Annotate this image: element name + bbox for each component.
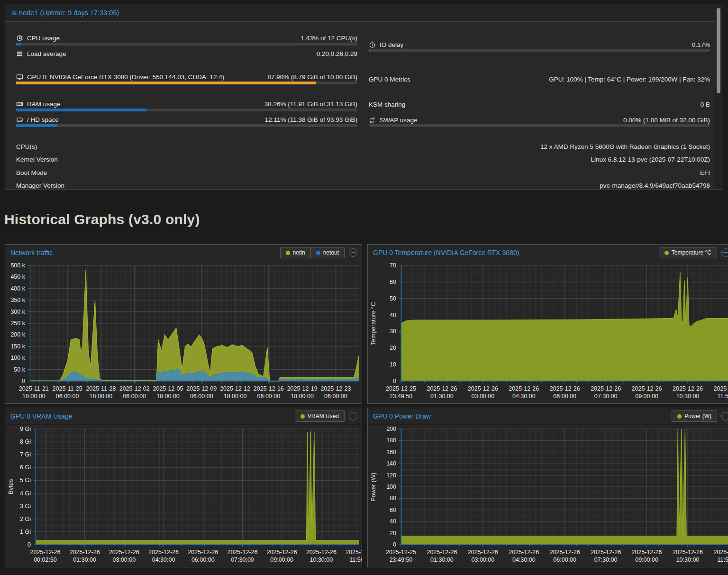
legend-dot: [286, 251, 290, 255]
gpu-metrics-row: GPU 0 Metrics GPU: 100% | Temp: 64°C | P…: [369, 75, 710, 83]
legend-dot: [664, 251, 669, 255]
node-summary-panel: ai-node1 (Uptime: 9 days 17:33:05) CPU u…: [5, 4, 722, 190]
boot-mode-row: Boot Mode EFI: [16, 168, 710, 177]
y-tick-label: 50: [368, 295, 396, 302]
y-tick-label: 180: [368, 437, 396, 444]
y-axis-ticks: 010203040506070: [368, 261, 396, 403]
plot-area: 2025-11-2118:00:002025-11-2506:00:002025…: [30, 265, 359, 381]
gpu-icon: [16, 73, 23, 81]
load-average-row: Load average 0.20,0.26,0.29: [16, 49, 357, 58]
legend-item-netin[interactable]: netin: [281, 247, 310, 258]
io-delay-value: 0.17%: [692, 41, 710, 48]
io-delay-row: IO delay 0.17%: [369, 40, 710, 49]
chart-legend: VRAM Used: [295, 411, 345, 422]
boot-mode-value: EFI: [700, 169, 710, 176]
io-delay-bar: [369, 49, 710, 52]
swap-usage-label: SWAP usage: [380, 117, 418, 124]
node-summary-header: ai-node1 (Uptime: 9 days 17:33:05): [5, 4, 722, 22]
y-axis-ticks: 01 Gi2 Gi3 Gi4 Gi5 Gi6 Gi7 Gi8 Gi9 Gi: [5, 425, 31, 567]
summary-scrollbar-thumb[interactable]: [717, 8, 720, 93]
summary-scrollbar-track[interactable]: [715, 5, 721, 189]
y-tick-label: 20: [368, 529, 396, 537]
chart-header: GPU 0 Temperature (NVIDIA GeForce RTX 30…: [368, 245, 728, 261]
y-tick-label: 60: [368, 278, 396, 286]
x-tick-label: 2025-12-2306:00:00: [305, 385, 362, 400]
y-tick-label: 140: [368, 460, 396, 467]
collapse-icon[interactable]: [349, 412, 357, 420]
swap-usage-row: SWAP usage 0.00% (1.00 MiB of 32.00 GiB): [369, 116, 710, 124]
chart-legend: Power (W): [672, 411, 717, 422]
plot-area: 2025-12-2523:49:502025-12-2601:30:002025…: [401, 265, 728, 381]
legend-item-netout[interactable]: netout: [310, 247, 344, 258]
collapse-icon[interactable]: [349, 248, 357, 257]
chart-panel-gpu-temperature: GPU 0 Temperature (NVIDIA GeForce RTX 30…: [367, 244, 728, 404]
legend-label: Temperature °C: [672, 249, 711, 256]
charts-grid: Network traffic netinnetout 050 k100 k15…: [5, 244, 728, 567]
plot-area: 2025-12-2523:49:502025-12-2601:30:002025…: [401, 429, 728, 545]
gpu-label: GPU 0: NVIDIA GeForce RTX 3080 (Driver: …: [27, 73, 224, 81]
chart-title: Network traffic: [10, 249, 53, 256]
y-tick-label: 5 Gi: [5, 476, 31, 484]
swap-usage-value: 0.00% (1.00 MiB of 32.00 GiB): [623, 117, 710, 124]
legend-label: Power (W): [684, 413, 711, 420]
y-tick-label: 300 k: [5, 308, 25, 316]
legend-item-power-w-[interactable]: Power (W): [672, 411, 717, 421]
y-tick-label: 40: [368, 518, 396, 525]
swap-icon: [369, 117, 376, 124]
y-tick-label: 200 k: [5, 331, 25, 338]
load-average-value: 0.20,0.26,0.29: [317, 50, 357, 57]
cpu-usage-value: 1.43% of 12 CPU(s): [300, 35, 357, 42]
legend-label: VRAM Used: [308, 413, 339, 420]
y-tick-label: 350 k: [5, 296, 25, 304]
plot-wrap: Bytes 01 Gi2 Gi3 Gi4 Gi5 Gi6 Gi7 Gi8 Gi9…: [5, 425, 362, 567]
y-tick-label: 4 Gi: [5, 490, 31, 497]
collapse-icon[interactable]: [721, 412, 728, 420]
hdd-icon: [16, 116, 23, 123]
gpu-row: GPU 0: NVIDIA GeForce RTX 3080 (Driver: …: [16, 73, 357, 81]
cpu-usage-row: CPU usage 1.43% of 12 CPU(s): [16, 34, 357, 42]
plot-wrap: Temperature °C 010203040506070 2025-12-2…: [368, 261, 728, 403]
plot-area: 2025-12-2600:02:502025-12-2601:30:002025…: [36, 429, 359, 545]
y-tick-label: 6 Gi: [5, 464, 31, 471]
y-tick-label: 1 Gi: [5, 528, 31, 536]
io-delay-icon: [369, 41, 376, 48]
kernel-version-row: Kernel Version Linux 6.8.12-13-pve (2025…: [16, 155, 710, 164]
swap-usage-bar: [369, 124, 710, 127]
legend-item-vram-used[interactable]: VRAM Used: [295, 411, 344, 421]
chart-legend: netinnetout: [280, 247, 345, 258]
y-tick-label: 100 k: [5, 354, 25, 362]
cpu-usage-label: CPU usage: [27, 35, 60, 42]
y-tick-label: 200: [368, 425, 396, 433]
hd-space-row: / HD space 12.11% (11.38 GiB of 93.93 Gi…: [16, 115, 357, 124]
cpus-value: 12 x AMD Ryzen 5 5600G with Radeon Graph…: [540, 143, 710, 150]
y-tick-label: 10: [368, 361, 396, 368]
legend-dot: [300, 414, 305, 419]
plot-wrap: 050 k100 k150 k200 k250 k300 k350 k400 k…: [5, 261, 362, 403]
boot-mode-label: Boot Mode: [16, 169, 47, 176]
y-tick-label: 500 k: [5, 262, 25, 269]
y-axis-ticks: 020406080100120140160180200: [368, 425, 396, 567]
ksm-sharing-row: KSM sharing 0 B: [369, 100, 710, 109]
manager-version-value: pve-manager/8.4.9/649acf70aab54798: [600, 182, 710, 189]
y-tick-label: 60: [368, 506, 396, 514]
hd-space-label: / HD space: [27, 116, 59, 123]
x-tick-label: 2025-12-2611:56:40: [698, 548, 728, 564]
y-tick-label: 100: [368, 483, 396, 491]
cpu-usage-bar: [16, 43, 357, 46]
y-tick-label: 20: [368, 344, 396, 352]
cpu-icon: [16, 35, 23, 42]
x-tick-label: 2025-12-2611:56:40: [330, 548, 362, 564]
load-average-icon: [16, 50, 23, 57]
chart-title: GPU 0 Temperature (NVIDIA GeForce RTX 30…: [373, 249, 519, 256]
ram-icon: [16, 100, 23, 108]
collapse-icon[interactable]: [721, 248, 728, 257]
y-tick-label: 250 k: [5, 319, 25, 327]
y-tick-label: 50 k: [5, 366, 25, 374]
legend-dot: [316, 251, 320, 255]
legend-item-temperature-c[interactable]: Temperature °C: [659, 247, 717, 258]
plot-wrap: Power (W) 020406080100120140160180200 20…: [368, 425, 728, 567]
ram-usage-bar: [16, 109, 357, 111]
y-tick-label: 0: [368, 541, 396, 548]
chart-header: Network traffic netinnetout: [5, 245, 362, 261]
y-axis-ticks: 050 k100 k150 k200 k250 k300 k350 k400 k…: [5, 261, 25, 403]
